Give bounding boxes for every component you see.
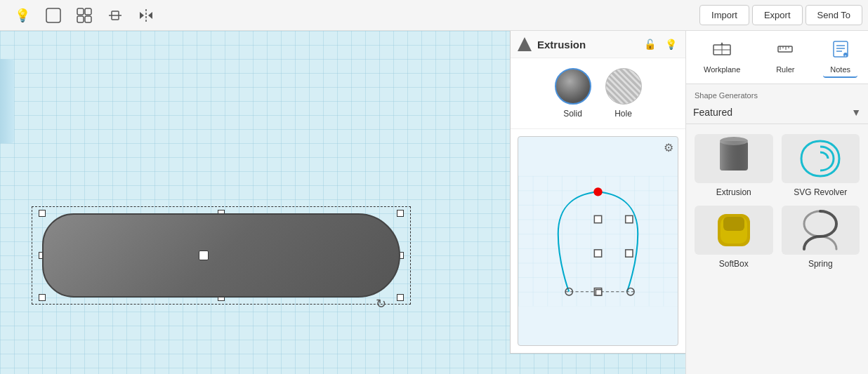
svg-marker-8 (140, 12, 144, 19)
import-button[interactable]: Import (699, 5, 749, 25)
shape-body[interactable] (42, 213, 400, 298)
hole-icon (605, 68, 642, 105)
handle-top-right[interactable] (397, 210, 404, 217)
workplane-label: Workplane (704, 65, 740, 74)
shape-center-handle[interactable] (199, 251, 209, 260)
sidebar-tool-workplane[interactable]: Workplane (697, 36, 747, 78)
svgrev-thumb (782, 134, 860, 183)
right-sidebar: Workplane Ruler (685, 31, 868, 374)
svg-rect-14 (626, 215, 633, 222)
svg-marker-25 (721, 42, 723, 45)
solid-label: Solid (563, 109, 582, 119)
shape-generators-header: Shape Generators (686, 84, 868, 104)
svg-rect-16 (626, 250, 633, 257)
shape-button[interactable] (42, 4, 65, 27)
spring-thumb (782, 206, 860, 255)
svg-rect-13 (594, 215, 601, 222)
workplane-icon (712, 39, 732, 62)
export-button[interactable]: Export (752, 5, 803, 25)
notes-icon: + (831, 39, 850, 62)
svgrev-label: SVG Revolver (794, 187, 847, 197)
softbox-label: SoftBox (719, 259, 749, 269)
align-button[interactable] (104, 4, 126, 27)
extrusion-label: Extrusion (716, 187, 751, 197)
svg-rect-0 (46, 8, 60, 22)
svg-point-12 (593, 187, 602, 196)
shape-item-softbox[interactable]: SoftBox (695, 206, 773, 269)
svg-rect-3 (77, 16, 84, 22)
spring-label: Spring (808, 259, 833, 269)
panel-collapse-button[interactable] (518, 37, 532, 51)
svg-rect-42 (723, 217, 744, 231)
featured-dropdown[interactable]: Featured ▼ (686, 104, 868, 124)
handle-top-left[interactable] (39, 210, 46, 217)
hole-label: Hole (614, 109, 632, 119)
canvas-shape[interactable]: ↻ (42, 213, 400, 298)
solid-icon (555, 68, 591, 105)
canvas-area[interactable]: ↻ Extrusion 🔓 💡 Solid Hole ⚙ (0, 31, 685, 374)
featured-label: Featured (693, 107, 848, 118)
svg-rect-1 (77, 8, 84, 15)
main-area: ↻ Extrusion 🔓 💡 Solid Hole ⚙ (0, 31, 868, 374)
group-button[interactable] (73, 4, 96, 27)
shape-generators-title: Shape Generators (695, 91, 758, 100)
curve-svg (518, 137, 678, 345)
help-icon-btn[interactable]: 💡 (663, 36, 678, 52)
left-edge-deco (0, 59, 14, 143)
sidebar-tools-row: Workplane Ruler (686, 31, 868, 84)
notes-label: Notes (830, 65, 850, 74)
handle-bottom-right[interactable] (397, 294, 404, 301)
shape-item-spring[interactable]: Spring (782, 206, 860, 269)
lock-icon-btn[interactable]: 🔓 (642, 36, 657, 52)
light-bulb-button[interactable]: 💡 (11, 4, 34, 27)
ruler-label: Ruler (776, 65, 794, 74)
shape-grid: Extrusion SVG Revolver (686, 124, 868, 279)
shape-item-extrusion[interactable]: Extrusion (695, 134, 773, 197)
svg-rect-15 (594, 250, 601, 257)
shape-item-svgrev[interactable]: SVG Revolver (782, 134, 860, 197)
chevron-down-icon: ▼ (851, 107, 861, 118)
svg-rect-2 (85, 8, 91, 15)
hole-type-item[interactable]: Hole (605, 68, 642, 119)
send-to-button[interactable]: Send To (805, 5, 862, 25)
extrusion-header: Extrusion 🔓 💡 (511, 31, 685, 58)
svg-text:+: + (844, 53, 846, 58)
rotate-handle[interactable]: ↻ (376, 296, 386, 312)
handle-bottom-left[interactable] (39, 294, 46, 301)
svg-marker-9 (148, 12, 152, 19)
softbox-thumb (695, 206, 773, 255)
svg-rect-4 (85, 16, 91, 22)
gear-icon-btn[interactable]: ⚙ (664, 141, 673, 154)
extrusion-panel: Extrusion 🔓 💡 Solid Hole ⚙ (510, 31, 685, 354)
sidebar-tool-ruler[interactable]: Ruler (768, 36, 802, 78)
toolbar-icons-group: 💡 (6, 4, 157, 27)
ruler-icon (775, 39, 795, 62)
extrusion-thumb (695, 134, 773, 183)
curve-editor[interactable]: ⚙ (518, 136, 678, 346)
shape-type-row: Solid Hole (511, 58, 685, 129)
top-toolbar: 💡 Import Export Send To (0, 0, 868, 31)
solid-type-item[interactable]: Solid (555, 68, 591, 119)
svg-rect-21 (596, 290, 601, 295)
sidebar-tool-notes[interactable]: + Notes (823, 36, 857, 78)
svg-rect-39 (720, 141, 748, 171)
extrusion-panel-title: Extrusion (537, 39, 636, 51)
mirror-button[interactable] (135, 4, 157, 27)
